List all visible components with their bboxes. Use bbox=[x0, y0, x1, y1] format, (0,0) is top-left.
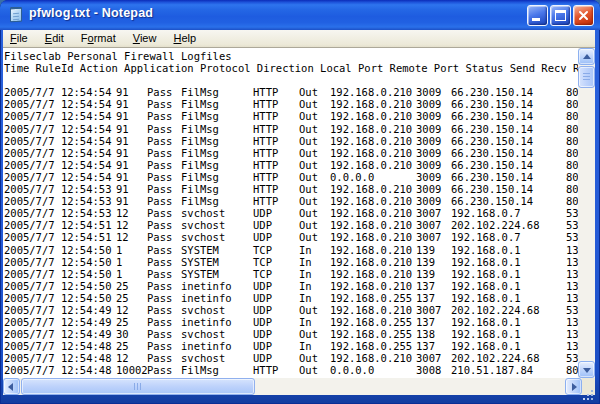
log-cell-ruleid: 12 bbox=[116, 352, 129, 364]
log-cell-local-port: 137 bbox=[416, 280, 435, 292]
notepad-icon[interactable] bbox=[8, 7, 24, 23]
maximize-button[interactable] bbox=[550, 5, 571, 26]
log-cell-ruleid: 12 bbox=[116, 231, 129, 243]
log-cell-application: FilMsg bbox=[181, 159, 219, 171]
log-cell-local-port: 3007 bbox=[416, 231, 441, 243]
window-title: pfwlog.txt - Notepad bbox=[29, 6, 153, 20]
log-cell-local-port: 3009 bbox=[416, 110, 441, 122]
scroll-up-button[interactable] bbox=[578, 48, 595, 65]
log-cell-remote-ip: 192.168.0.1 bbox=[451, 316, 521, 328]
log-cell-remote-ip: 192.168.0.1 bbox=[451, 256, 521, 268]
resize-grip[interactable] bbox=[582, 378, 595, 395]
log-cell-ruleid: 12 bbox=[116, 219, 129, 231]
log-row: 2005/7/7 12:54:51 12 Pass svchost UDP Ou… bbox=[3, 219, 578, 231]
scrollbar-grip-icon bbox=[583, 73, 590, 80]
log-cell-remote-ip: 192.168.0.1 bbox=[451, 244, 521, 256]
log-cell-ruleid: 12 bbox=[116, 304, 129, 316]
log-cell-action: Pass bbox=[147, 256, 172, 268]
log-cell-direction: Out bbox=[299, 304, 318, 316]
log-cell-local-ip: 192.168.0.255 bbox=[330, 328, 412, 340]
log-cell-direction: In bbox=[299, 292, 312, 304]
vertical-scrollbar-thumb[interactable] bbox=[578, 66, 595, 88]
log-cell-local-ip: 192.168.0.255 bbox=[330, 316, 412, 328]
log-cell-remote-port: 80 bbox=[566, 364, 578, 376]
arrow-up-icon bbox=[583, 54, 591, 59]
log-cell-local-ip: 192.168.0.210 bbox=[330, 280, 412, 292]
log-cell-action: Pass bbox=[147, 364, 172, 376]
log-row: 2005/7/7 12:54:51 12 Pass svchost UDP Ou… bbox=[3, 231, 578, 243]
log-cell-local-port: 137 bbox=[416, 340, 435, 352]
log-cell-ruleid: 1 bbox=[116, 268, 122, 280]
log-cell-remote-ip: 192.168.0.1 bbox=[451, 268, 521, 280]
menu-format[interactable]: Format bbox=[74, 30, 123, 47]
log-cell-local-port: 3007 bbox=[416, 304, 441, 316]
log-cell-remote-ip: 66.230.150.14 bbox=[451, 110, 533, 122]
log-cell-ruleid: 1 bbox=[116, 244, 122, 256]
vertical-scrollbar[interactable] bbox=[578, 48, 595, 378]
log-cell-remote-ip: 202.102.224.68 bbox=[451, 304, 540, 316]
text-area[interactable]: Filseclab Personal Firewall Logfiles Tim… bbox=[3, 48, 578, 378]
log-cell-local-port: 3009 bbox=[416, 147, 441, 159]
log-cell-protocol: UDP bbox=[253, 292, 272, 304]
log-cell-local-ip: 192.168.0.210 bbox=[330, 183, 412, 195]
horizontal-scrollbar[interactable] bbox=[3, 378, 582, 395]
log-cell-local-port: 137 bbox=[416, 316, 435, 328]
log-cell-action: Pass bbox=[147, 244, 172, 256]
log-cell-local-ip: 192.168.0.210 bbox=[330, 207, 412, 219]
log-cell-time: 2005/7/7 12:54:49 bbox=[4, 328, 111, 340]
log-cell-application: FilMsg bbox=[181, 110, 219, 122]
log-cell-action: Pass bbox=[147, 195, 172, 207]
log-cell-ruleid: 91 bbox=[116, 110, 129, 122]
log-title-line: Filseclab Personal Firewall Logfiles bbox=[3, 50, 578, 62]
log-cell-protocol: HTTP bbox=[253, 183, 278, 195]
log-cell-local-port: 3009 bbox=[416, 159, 441, 171]
menu-view[interactable]: View bbox=[126, 30, 164, 47]
log-cell-direction: Out bbox=[299, 86, 318, 98]
menu-help[interactable]: Help bbox=[166, 30, 203, 47]
log-cell-ruleid: 91 bbox=[116, 183, 129, 195]
log-cell-remote-ip: 66.230.150.14 bbox=[451, 195, 533, 207]
menu-file[interactable]: File bbox=[3, 30, 35, 47]
scroll-left-button[interactable] bbox=[3, 378, 20, 395]
log-cell-direction: In bbox=[299, 280, 312, 292]
log-cell-application: FilMsg bbox=[181, 123, 219, 135]
horizontal-scrollbar-thumb[interactable] bbox=[21, 378, 255, 395]
log-cell-local-port: 3007 bbox=[416, 207, 441, 219]
log-cell-protocol: UDP bbox=[253, 316, 272, 328]
log-cell-remote-port: 13 bbox=[566, 316, 578, 328]
log-cell-application: SYSTEM bbox=[181, 244, 219, 256]
log-cell-remote-port: 80 bbox=[566, 159, 578, 171]
log-cell-local-ip: 192.168.0.210 bbox=[330, 147, 412, 159]
log-cell-direction: Out bbox=[299, 135, 318, 147]
log-cell-local-ip: 192.168.0.210 bbox=[330, 219, 412, 231]
log-cell-ruleid: 25 bbox=[116, 280, 129, 292]
log-cell-local-ip: 192.168.0.255 bbox=[330, 292, 412, 304]
menu-edit[interactable]: Edit bbox=[38, 30, 71, 47]
log-cell-local-ip: 192.168.0.210 bbox=[330, 352, 412, 364]
log-cell-protocol: UDP bbox=[253, 340, 272, 352]
log-cell-remote-ip: 66.230.150.14 bbox=[451, 159, 533, 171]
log-cell-time: 2005/7/7 12:54:54 bbox=[4, 159, 111, 171]
log-cell-remote-ip: 192.168.0.1 bbox=[451, 292, 521, 304]
log-cell-action: Pass bbox=[147, 135, 172, 147]
log-cell-direction: Out bbox=[299, 231, 318, 243]
log-cell-direction: Out bbox=[299, 171, 318, 183]
log-cell-remote-ip: 66.230.150.14 bbox=[451, 147, 533, 159]
title-bar[interactable]: pfwlog.txt - Notepad bbox=[0, 0, 600, 30]
close-button[interactable] bbox=[573, 5, 594, 26]
log-cell-protocol: UDP bbox=[253, 304, 272, 316]
log-cell-ruleid: 91 bbox=[116, 159, 129, 171]
log-cell-local-port: 3009 bbox=[416, 123, 441, 135]
scroll-down-button[interactable] bbox=[578, 361, 595, 378]
log-cell-action: Pass bbox=[147, 316, 172, 328]
log-cell-local-port: 139 bbox=[416, 256, 435, 268]
scroll-right-button[interactable] bbox=[565, 378, 582, 395]
log-cell-protocol: UDP bbox=[253, 280, 272, 292]
log-cell-local-port: 3007 bbox=[416, 352, 441, 364]
log-cell-action: Pass bbox=[147, 280, 172, 292]
log-cell-ruleid: 91 bbox=[116, 86, 129, 98]
minimize-button[interactable] bbox=[527, 5, 548, 26]
log-row: 2005/7/7 12:54:48 25 Pass inetinfo UDP I… bbox=[3, 340, 578, 352]
log-cell-time: 2005/7/7 12:54:50 bbox=[4, 292, 111, 304]
log-cell-remote-port: 80 bbox=[566, 135, 578, 147]
